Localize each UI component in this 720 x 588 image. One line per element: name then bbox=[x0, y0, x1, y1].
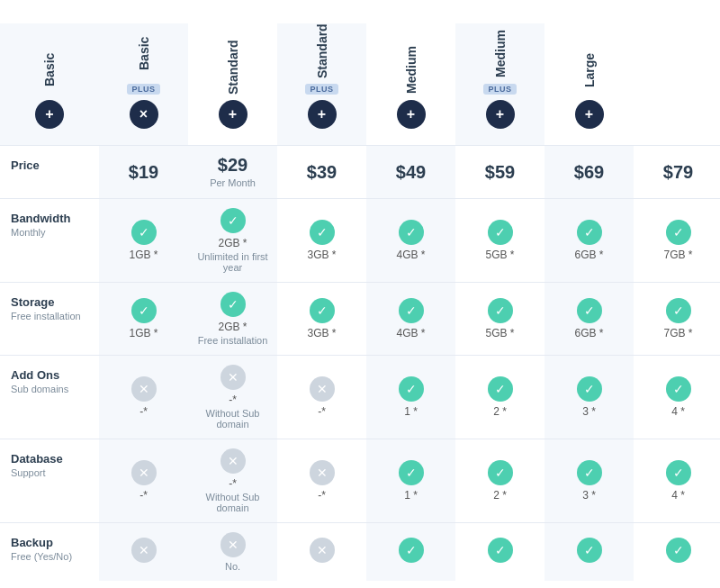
check-icon: ✓ bbox=[488, 538, 513, 563]
check-icon: ✓ bbox=[399, 220, 424, 245]
cell-addons-medium-plus: ✓3 * bbox=[544, 356, 634, 439]
cell-database-basic: ✕-* bbox=[99, 439, 188, 523]
check-icon: ✓ bbox=[399, 538, 424, 563]
price-value-standard: $39 bbox=[283, 162, 361, 183]
addons-val-standard-plus: 1 * bbox=[372, 405, 450, 418]
cell-backup-medium: ✓ bbox=[455, 523, 544, 582]
row-backup: Backup Free (Yes/No)✕✕No.✕✓✓✓✓ bbox=[0, 523, 720, 582]
cell-price-large: $79 bbox=[634, 146, 720, 199]
header-medium-plus: MediumPLUS+ bbox=[455, 23, 544, 146]
check-icon: ✓ bbox=[577, 460, 602, 485]
bandwidth-val-basic: 1GB * bbox=[104, 249, 183, 261]
price-value-medium: $59 bbox=[461, 162, 539, 183]
price-sub-basic-plus: Per Month bbox=[210, 177, 256, 188]
cell-database-basic-plus: ✕-*Without Sub domain bbox=[188, 439, 277, 523]
check-icon: ✓ bbox=[399, 376, 424, 402]
database-val-medium-plus: 3 * bbox=[550, 489, 628, 502]
database-val-basic-plus: -* bbox=[194, 477, 272, 490]
cell-database-standard-plus: ✓1 * bbox=[366, 439, 455, 523]
plan-icon-standard-plus[interactable]: + bbox=[308, 100, 337, 129]
feature-label-price: Price bbox=[0, 146, 99, 199]
cell-backup-standard: ✕ bbox=[277, 523, 366, 582]
database-val-medium: 2 * bbox=[461, 489, 539, 502]
row-price: Price $19 $29 Per Month$39 $49 $59 $69 $… bbox=[0, 146, 720, 199]
plan-icon-medium[interactable]: + bbox=[397, 100, 426, 129]
addons-val-medium-plus: 3 * bbox=[550, 405, 628, 418]
check-icon: ✓ bbox=[666, 376, 691, 402]
cross-icon: ✕ bbox=[131, 538, 157, 563]
database-val-standard: -* bbox=[283, 489, 361, 502]
cell-backup-large: ✓ bbox=[634, 523, 720, 582]
plan-name-large: Large bbox=[582, 45, 597, 95]
check-icon: ✓ bbox=[310, 220, 335, 245]
cell-price-medium: $59 bbox=[455, 146, 544, 199]
check-icon: ✓ bbox=[131, 298, 157, 323]
row-storage: Storage Free installation✓1GB *✓2GB *Fre… bbox=[0, 283, 720, 356]
check-icon: ✓ bbox=[220, 292, 246, 317]
price-value-standard-plus: $49 bbox=[372, 162, 450, 183]
header-basic-plus: BasicPLUS× bbox=[99, 23, 188, 146]
cell-addons-basic: ✕-* bbox=[99, 356, 188, 439]
feature-label-addons: Add Ons Sub domains bbox=[0, 356, 99, 439]
addons-val-medium: 2 * bbox=[461, 405, 539, 418]
empty-header bbox=[0, 9, 99, 23]
storage-val-medium-plus: 6GB * bbox=[550, 327, 628, 339]
plan-icon-basic-plus[interactable]: × bbox=[130, 100, 158, 129]
cell-database-large: ✓4 * bbox=[634, 439, 720, 523]
storage-val-standard-plus: 4GB * bbox=[372, 327, 450, 339]
plan-name-basic-plus: Basic bbox=[137, 29, 151, 78]
plan-icon-standard[interactable]: + bbox=[219, 100, 248, 129]
check-icon: ✓ bbox=[310, 298, 335, 323]
header-standard-plus: StandardPLUS+ bbox=[277, 23, 366, 146]
storage-val-large: 7GB * bbox=[639, 327, 717, 339]
database-sub-basic-plus: Without Sub domain bbox=[194, 492, 272, 513]
header-basic: Basic+ bbox=[0, 23, 99, 146]
plan-name-basic: Basic bbox=[42, 45, 57, 95]
check-icon: ✓ bbox=[131, 220, 157, 245]
check-icon: ✓ bbox=[666, 298, 691, 323]
pricing-table: Basic+BasicPLUS×Standard+StandardPLUS+Me… bbox=[0, 0, 720, 588]
header-medium: Medium+ bbox=[366, 23, 455, 146]
check-icon: ✓ bbox=[666, 220, 691, 245]
storage-val-basic-plus: 2GB * bbox=[194, 321, 272, 333]
feature-title-price: Price bbox=[11, 158, 94, 172]
cell-addons-standard-plus: ✓1 * bbox=[366, 356, 455, 439]
feature-title-backup: Backup bbox=[11, 536, 94, 549]
cell-addons-medium: ✓2 * bbox=[455, 356, 544, 439]
storage-val-basic: 1GB * bbox=[104, 327, 183, 339]
feature-sub-bandwidth: Monthly bbox=[11, 227, 94, 238]
feature-label-backup: Backup Free (Yes/No) bbox=[0, 523, 99, 582]
database-val-large: 4 * bbox=[639, 489, 717, 502]
cell-price-standard-plus: $49 bbox=[366, 146, 455, 199]
addons-val-basic: -* bbox=[104, 405, 183, 418]
addons-val-basic-plus: -* bbox=[194, 394, 272, 406]
cell-storage-medium: ✓5GB * bbox=[455, 283, 544, 356]
bandwidth-val-medium-plus: 6GB * bbox=[550, 249, 628, 261]
price-value-basic: $19 bbox=[104, 162, 183, 183]
backup-sub-basic-plus: No. bbox=[194, 561, 272, 572]
cross-icon: ✕ bbox=[310, 460, 335, 485]
bandwidth-val-standard: 3GB * bbox=[283, 249, 361, 261]
bandwidth-val-basic-plus: 2GB * bbox=[194, 237, 272, 249]
cell-backup-basic: ✕ bbox=[99, 523, 188, 582]
plan-icon-large[interactable]: + bbox=[575, 100, 604, 129]
cell-storage-large: ✓7GB * bbox=[634, 283, 720, 356]
row-addons: Add Ons Sub domains✕-*✕-*Without Sub dom… bbox=[0, 356, 720, 439]
plan-badge-basic-plus: PLUS bbox=[127, 84, 159, 95]
cross-icon: ✕ bbox=[310, 376, 335, 402]
feature-label-bandwidth: Bandwidth Monthly bbox=[0, 199, 99, 283]
feature-label-database: Database Support bbox=[0, 439, 99, 523]
storage-val-standard: 3GB * bbox=[283, 327, 361, 339]
cell-price-standard: $39 bbox=[277, 146, 366, 199]
feature-title-database: Database bbox=[11, 452, 94, 466]
header-large: Large+ bbox=[544, 23, 634, 146]
cell-bandwidth-medium-plus: ✓6GB * bbox=[544, 199, 634, 283]
plan-icon-medium-plus[interactable]: + bbox=[486, 100, 515, 129]
cross-icon: ✕ bbox=[131, 460, 157, 485]
plan-icon-basic[interactable]: + bbox=[35, 100, 64, 129]
plan-name-standard: Standard bbox=[226, 45, 240, 95]
price-value-large: $79 bbox=[639, 162, 717, 183]
cross-icon: ✕ bbox=[310, 538, 335, 563]
storage-val-medium: 5GB * bbox=[461, 327, 539, 339]
cell-backup-basic-plus: ✕No. bbox=[188, 523, 277, 582]
